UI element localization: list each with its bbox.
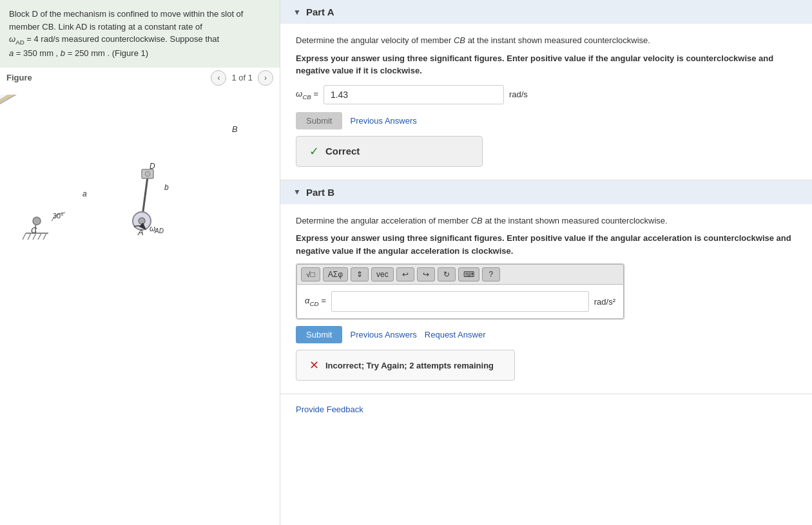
figure-svg: C B A D	[0, 95, 280, 236]
right-panel: ▼ Part A Determine the angular velocity …	[280, 0, 812, 525]
arrows-button[interactable]: ⇕	[351, 267, 369, 282]
left-panel: Block D of the mechanism is confined to …	[0, 0, 280, 525]
part-b-input[interactable]	[331, 291, 589, 312]
svg-point-12	[139, 218, 145, 224]
part-a-answer-row: ωCB = rad/s	[296, 85, 797, 104]
part-b-unit: rad/s²	[594, 297, 615, 307]
svg-text:B: B	[232, 124, 238, 134]
part-b-submit-row: Submit Previous Answers Request Answer	[296, 326, 797, 343]
part-b-section: ▼ Part B Determine the angular accelerat…	[280, 180, 812, 395]
part-b-request-answer-link[interactable]: Request Answer	[425, 330, 486, 339]
figure-prev-button[interactable]: ‹	[211, 70, 226, 86]
problem-omega: ωAD = 4 rad/s measured counterclockwise.…	[9, 34, 219, 44]
sqrt-button[interactable]: √□	[301, 267, 320, 282]
part-a-collapse-icon: ▼	[293, 8, 301, 17]
part-a-input[interactable]	[324, 85, 504, 104]
part-a-section: ▼ Part A Determine the angular velocity …	[280, 0, 812, 180]
svg-line-2	[23, 233, 26, 240]
part-b-input-area: αCD = rad/s²	[296, 284, 624, 319]
part-a-unit: rad/s	[509, 90, 528, 99]
part-b-header[interactable]: ▼ Part B	[280, 180, 812, 204]
figure-navigation: Figure ‹ 1 of 1 ›	[0, 68, 280, 88]
correct-check-icon: ✓	[309, 144, 319, 158]
part-b-content: Determine the angular acceleration of me…	[280, 204, 812, 394]
svg-text:A: A	[137, 227, 144, 237]
part-b-answer-label: αCD =	[305, 296, 326, 307]
part-a-correct-banner: ✓ Correct	[296, 136, 483, 167]
part-a-content: Determine the angular velocity of member…	[280, 24, 812, 180]
keyboard-button[interactable]: ⌨	[458, 267, 479, 282]
part-b-instruction1: Determine the angular acceleration of me…	[296, 215, 797, 227]
part-b-submit-button[interactable]: Submit	[296, 326, 342, 343]
refresh-button[interactable]: ↻	[438, 267, 456, 282]
mechanism-figure: C B A D	[0, 95, 258, 243]
svg-line-6	[43, 233, 46, 240]
pivot-c	[33, 217, 41, 225]
part-b-math-container: √□ ΑΣφ ⇕ vec ↩ ↪ ↻ ⌨ ? αCD = rad/s²	[296, 263, 624, 320]
provide-feedback-link[interactable]: Provide Feedback	[280, 394, 812, 425]
problem-text-line1: Block D of the mechanism is confined to …	[9, 9, 243, 19]
part-b-instruction2: Express your answer using three signific…	[296, 232, 797, 257]
part-a-header[interactable]: ▼ Part A	[280, 0, 812, 24]
svg-text:C: C	[31, 225, 37, 235]
part-b-collapse-icon: ▼	[293, 187, 301, 196]
problem-text-line2: member CB. Link AD is rotating at a cons…	[9, 22, 202, 32]
math-toolbar: √□ ΑΣφ ⇕ vec ↩ ↪ ↻ ⌨ ?	[296, 264, 624, 284]
part-a-previous-answers-link[interactable]: Previous Answers	[350, 116, 416, 126]
incorrect-x-icon: ✕	[309, 358, 319, 372]
svg-text:30°: 30°	[53, 212, 64, 220]
svg-rect-9	[0, 95, 122, 113]
incorrect-text: Incorrect; Try Again; 2 attempts remaini…	[325, 361, 494, 370]
svg-text:AD: AD	[154, 227, 164, 234]
greek-button[interactable]: ΑΣφ	[323, 267, 348, 282]
part-b-previous-answers-link[interactable]: Previous Answers	[350, 330, 416, 339]
problem-statement: Block D of the mechanism is confined to …	[0, 0, 280, 68]
svg-point-14	[145, 171, 150, 177]
svg-text:a: a	[82, 189, 87, 198]
part-a-answer-label: ωCB =	[296, 89, 318, 100]
svg-text:D: D	[150, 162, 155, 171]
part-a-label: Part A	[306, 6, 334, 17]
redo-button[interactable]: ↪	[417, 267, 435, 282]
svg-line-5	[38, 233, 41, 240]
help-button[interactable]: ?	[482, 267, 500, 282]
part-a-instruction2: Express your answer using three signific…	[296, 52, 797, 77]
svg-text:b: b	[164, 183, 169, 192]
part-a-submit-button[interactable]: Submit	[296, 112, 342, 129]
correct-text: Correct	[325, 146, 360, 157]
svg-rect-8	[0, 95, 137, 121]
figure-label: Figure	[6, 73, 32, 82]
vec-button[interactable]: vec	[371, 267, 394, 282]
part-b-incorrect-banner: ✕ Incorrect; Try Again; 2 attempts remai…	[296, 350, 515, 381]
undo-button[interactable]: ↩	[396, 267, 414, 282]
figure-next-button[interactable]: ›	[258, 70, 273, 86]
part-a-submit-row: Submit Previous Answers	[296, 112, 797, 129]
part-a-instruction1: Determine the angular velocity of member…	[296, 34, 797, 47]
part-b-label: Part B	[306, 187, 334, 198]
figure-page: 1 of 1	[231, 73, 253, 82]
